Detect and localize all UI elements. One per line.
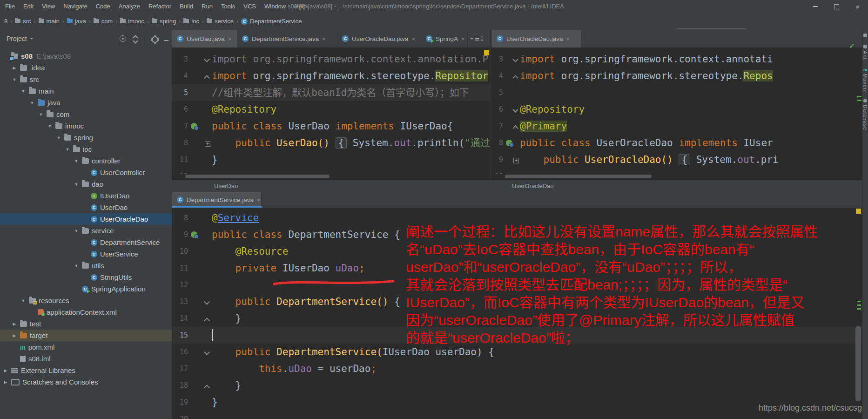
fold-marker-icon[interactable] [205, 300, 209, 304]
breadcrumb-item-main[interactable]: main [37, 18, 61, 25]
chevron-expanded-icon[interactable]: ▼ [74, 159, 79, 163]
spring-bean-icon[interactable] [506, 140, 512, 146]
breadcrumb-item-src[interactable]: src [13, 18, 32, 25]
chevron-expanded-icon[interactable]: ▼ [38, 112, 44, 117]
tree-item-springapplication[interactable]: SpringApplication [0, 283, 172, 295]
gear-icon[interactable] [152, 36, 158, 43]
chevron-expanded-icon[interactable]: ▼ [56, 135, 61, 140]
fold-marker-icon[interactable] [513, 57, 518, 61]
fold-marker-icon[interactable] [205, 350, 209, 354]
menu-item-analyze[interactable]: Analyze [114, 0, 144, 13]
tree-item-usercontroller[interactable]: UserController [0, 167, 172, 178]
menu-item-file[interactable]: File [1, 0, 19, 13]
chevron-expanded-icon[interactable]: ▼ [74, 264, 79, 268]
fold-marker-icon[interactable] [205, 384, 209, 390]
stripe-top-icon[interactable] [863, 34, 867, 37]
code-line-8[interactable]: 8public class UserOracleDao implements I… [491, 135, 862, 151]
breadcrumb-item-ioc[interactable]: ioc [182, 18, 201, 25]
fold-marker-icon[interactable] [205, 57, 209, 61]
locate-file-icon[interactable] [120, 35, 126, 42]
chevron-collapsed-icon[interactable]: ▶ [3, 368, 8, 373]
code-line-12[interactable]: 12 [491, 168, 862, 174]
collapse-all-icon[interactable] [132, 35, 139, 42]
menu-item-window[interactable]: Window [260, 0, 290, 13]
tree-item-ioc[interactable]: ▼ioc [0, 143, 172, 155]
chevron-expanded-icon[interactable]: ▼ [29, 101, 35, 105]
chevron-collapsed-icon[interactable]: ▶ [12, 333, 17, 338]
breadcrumb-item-8[interactable]: 8 [3, 18, 9, 25]
fold-marker-icon[interactable] [513, 108, 518, 112]
tree-item-userdao[interactable]: UserDao [0, 202, 172, 213]
tab-userdao-java[interactable]: UserDao.java× [172, 30, 237, 47]
chevron-expanded-icon[interactable]: ▼ [12, 77, 17, 82]
vertical-scrollbar[interactable] [855, 326, 861, 401]
tool-window-button-ant[interactable]: Ant [862, 45, 868, 60]
code-line-12[interactable]: 12 [172, 168, 490, 174]
breadcrumb-item-java[interactable]: java [66, 18, 87, 25]
menu-item-view[interactable]: View [38, 0, 59, 13]
tree-item-spring[interactable]: ▼spring [0, 132, 172, 143]
breadcrumb-item-departmentservice[interactable]: DepartmentService [240, 18, 303, 25]
tree-item-scratches-and-consoles[interactable]: ▶Scratches and Consoles [0, 376, 172, 388]
code-line-7[interactable]: 7@Primary [491, 118, 862, 135]
chevron-collapsed-icon[interactable]: ▶ [12, 322, 17, 326]
menu-item-run[interactable]: Run [197, 0, 217, 13]
tool-window-button-database[interactable]: Database [862, 99, 868, 130]
code-line-11[interactable]: 11} [172, 151, 490, 168]
spring-bean-icon[interactable] [191, 231, 197, 238]
menu-item-vcs[interactable]: VCS [239, 0, 260, 13]
tree-item-stringutils[interactable]: StringUtils [0, 271, 172, 283]
chevron-expanded-icon[interactable]: ▼ [65, 147, 70, 152]
tree-item-controller[interactable]: ▼controller [0, 155, 172, 167]
tab-useroracledao-java[interactable]: UserOracleDao.java× [337, 30, 421, 47]
code-line-8[interactable]: 8+ public UserDao() { System.out.println… [172, 135, 490, 151]
code-line-7[interactable]: 7public class UserDao implements IUserDa… [172, 118, 490, 135]
tool-window-button-maven[interactable]: mMaven [862, 68, 868, 91]
code-line-11[interactable]: 11 private IUserDao uDao; [172, 260, 862, 277]
chevron-collapsed-icon[interactable]: ▶ [3, 380, 8, 385]
breadcrumb-item-spring[interactable]: spring [150, 18, 177, 25]
hidden-tabs-indicator[interactable]: 1 [470, 30, 484, 47]
code-line-6[interactable]: 6@Repository [172, 101, 490, 118]
horizontal-scrollbar[interactable] [505, 175, 652, 178]
tab-useroracledao-java[interactable]: UserOracleDao.java× [492, 30, 581, 47]
close-icon[interactable]: × [322, 35, 326, 42]
close-icon[interactable]: × [412, 35, 416, 42]
tree-item-idea[interactable]: ▶.idea [0, 62, 172, 74]
tree-item-service[interactable]: ▼service [0, 225, 172, 237]
code-line-3[interactable]: 3import org.springframework.context.anno… [172, 51, 490, 68]
tree-item-java[interactable]: ▼java [0, 97, 172, 108]
tree-item-s08[interactable]: s08E:\java\s08 [0, 50, 172, 62]
code-line-8[interactable]: 8@Service [172, 210, 862, 226]
maximize-button[interactable] [826, 0, 847, 13]
tab-springa[interactable]: SpringA× [421, 30, 468, 47]
code-line-10[interactable]: 10 @Resource [172, 243, 862, 260]
close-icon[interactable]: × [257, 196, 261, 203]
tree-item-external-libraries[interactable]: ▶External Libraries [0, 365, 172, 376]
tree-item-userservice[interactable]: UserService [0, 248, 172, 260]
hide-panel-icon[interactable] [164, 40, 168, 41]
code-line-6[interactable]: 6@Repository [491, 101, 862, 118]
structure-breadcrumb[interactable]: UserDao [214, 180, 238, 192]
code-line-17[interactable]: 17 this.uDao = userDao; [172, 360, 862, 377]
code-line-16[interactable]: 16 public DepartmentService(IUserDao use… [172, 344, 862, 360]
structure-breadcrumb[interactable]: UserOracleDao [512, 180, 554, 192]
chevron-expanded-icon[interactable]: ▼ [74, 229, 79, 233]
breadcrumb-item-imooc[interactable]: imooc [119, 18, 146, 25]
breadcrumb-item-service[interactable]: service [205, 18, 235, 25]
tree-item-test[interactable]: ▶test [0, 318, 172, 330]
tree-item-utils[interactable]: ▼utils [0, 260, 172, 271]
tree-item-target[interactable]: ▶target [0, 330, 172, 341]
tree-item-main[interactable]: ▼main [0, 85, 172, 97]
code-line-4[interactable]: 4import org.springframework.stereotype.R… [491, 68, 862, 84]
menu-item-edit[interactable]: Edit [19, 0, 38, 13]
code-line-18[interactable]: 18 } [172, 377, 862, 394]
chevron-expanded-icon[interactable]: ▼ [74, 182, 79, 187]
spring-bean-icon[interactable] [191, 123, 197, 129]
project-view-selector[interactable]: Project [7, 35, 34, 42]
tree-item-src[interactable]: ▼src [0, 74, 172, 85]
horizontal-scrollbar[interactable] [185, 175, 330, 178]
close-icon[interactable]: × [461, 35, 465, 42]
fold-marker-icon[interactable]: + [205, 141, 210, 147]
fold-marker-icon[interactable]: + [513, 158, 519, 163]
